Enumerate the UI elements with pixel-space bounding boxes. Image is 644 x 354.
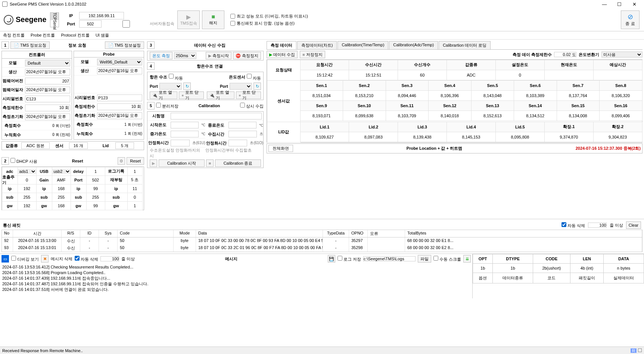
cal-start-icon[interactable]: ▶	[150, 159, 157, 167]
panel5-number: 5	[147, 102, 155, 109]
port-open1-button[interactable]: 🔌포트 열기	[150, 91, 177, 99]
sensor-count-input[interactable]	[69, 142, 88, 149]
tab-measure-chart[interactable]: 측정데이터(차트)	[297, 41, 337, 49]
controller-fwver-input[interactable]	[25, 78, 70, 84]
scroll-icon[interactable]: ⇊	[463, 255, 471, 263]
bath-auto-checkbox[interactable]: 자동	[169, 73, 183, 81]
nopacket-checkbox[interactable]: 통신패킷 표시 안함. (성능 옵션)	[230, 21, 308, 26]
always-collect-checkbox[interactable]: 상시 수집	[240, 103, 264, 109]
menu-item[interactable]: UI 샘플	[96, 32, 109, 38]
packets-limit-input[interactable]	[588, 223, 607, 228]
inc-temp-input[interactable]	[171, 131, 199, 137]
tab-cal-loading[interactable]: Calibrartion 데이터 로딩	[439, 41, 491, 49]
debug-view-checkbox[interactable]: 디버깅 보기	[11, 256, 39, 262]
temp-measure-button[interactable]: 온도 측정	[150, 52, 172, 59]
controller-fwdate-input[interactable]	[25, 87, 70, 93]
ip-input[interactable]	[79, 12, 124, 19]
sensor-auto-checkbox[interactable]: 자동	[247, 73, 261, 81]
port-input[interactable]	[79, 20, 102, 28]
limit-value-input[interactable]	[554, 52, 576, 57]
lid-value-label: LID값	[267, 122, 301, 143]
window-title: SeeGene PMS Client Version 1.0.0.28102	[10, 2, 86, 6]
save-stop-button[interactable]: ■저장정지	[300, 51, 325, 58]
log-save-checkbox[interactable]: 로그 저장	[337, 256, 361, 262]
probe-init-input[interactable]	[97, 112, 142, 119]
controller-model-select[interactable]: Default	[25, 60, 70, 66]
brand-logo-icon	[4, 15, 13, 25]
usb-select[interactable]: usb2	[52, 169, 71, 174]
panel3-number: 3	[147, 41, 155, 49]
exp-name-input[interactable]	[171, 113, 262, 119]
port-label: Port	[63, 22, 79, 26]
log-path-input[interactable]	[363, 256, 416, 261]
manual-scroll-checkbox[interactable]: 수동 스크롤	[433, 256, 461, 262]
window-close[interactable]: ✕	[627, 0, 642, 8]
sensor-port-select[interactable]	[230, 83, 252, 90]
cal-end-button[interactable]: Calibration 종료	[215, 159, 261, 167]
controller-serial-input[interactable]	[25, 96, 70, 102]
probe-serial-input[interactable]	[97, 94, 142, 101]
perf-mode-checkbox[interactable]: 최고 성능 모드 (디버깅, 차트등 미표시)	[230, 13, 308, 19]
stab-time1-input[interactable]	[171, 140, 190, 146]
refresh-icon[interactable]: ↻	[183, 83, 191, 90]
controller-prod-input[interactable]	[25, 69, 70, 75]
reset-button[interactable]: Reset	[127, 157, 144, 165]
measure-stop-button[interactable]: ⛔측정정지	[233, 52, 261, 59]
menu-item[interactable]: 측정 컨트롤	[3, 32, 25, 38]
fullscreen-button[interactable]: 전체화면	[268, 145, 293, 152]
conn-mode-switch[interactable]: TCP Serial	[50, 12, 59, 27]
file-button[interactable]: 파일	[418, 255, 431, 263]
packets-clear-button[interactable]: Clear	[626, 221, 641, 229]
menu-item[interactable]: Protocol 컨트롤	[61, 32, 89, 38]
controller-limit-input[interactable]	[25, 105, 70, 111]
adc-select[interactable]: ads1	[18, 169, 36, 174]
msg-del-icon[interactable]: ✖	[41, 255, 49, 263]
cal-end-icon[interactable]: ■	[206, 159, 214, 167]
value-kind-input[interactable]	[21, 142, 50, 149]
cal-start-button[interactable]: Calibration 시작	[159, 159, 205, 167]
window-minimize[interactable]: —	[597, 0, 612, 8]
server-auto-checkbox[interactable]: 서버자동접속	[104, 20, 174, 28]
menu-item[interactable]: Probe 컨트롤	[31, 32, 55, 38]
tms-disconnect-button[interactable]: ■ 해지	[202, 10, 224, 29]
reset-icon-button[interactable]: ⚙	[118, 157, 125, 165]
tab-cal-adctemp[interactable]: Calibration(Adc/Temp)	[389, 41, 438, 49]
interval-select[interactable]: 250ms	[174, 52, 196, 59]
port-close1-button[interactable]: ●포트 닫기	[179, 91, 204, 99]
dhcp-checkbox[interactable]: DHCP 사용	[10, 158, 37, 164]
refresh-icon[interactable]: ↻	[253, 83, 261, 90]
port-close2-button[interactable]: ●포트 닫기	[236, 91, 261, 99]
controller-header: 컨트롤러	[2, 51, 72, 59]
end-temp-input[interactable]	[228, 122, 256, 128]
measure-start-button[interactable]: ▶측정시작	[206, 52, 231, 59]
collect-time-input[interactable]	[228, 131, 257, 137]
tms-info-req-button[interactable]: 📄TMS 정보요청	[10, 41, 50, 49]
debug-icon[interactable]: ▭	[1, 255, 9, 263]
bath-port-select[interactable]	[159, 83, 182, 90]
tab-cal-timetemp[interactable]: Calibration(Time/Temp)	[337, 41, 388, 49]
message-log: 2024-07-16 13:53:16.412] Checking Measur…	[0, 264, 472, 298]
probe-prod-input[interactable]	[97, 68, 142, 74]
split-save-checkbox[interactable]: 분리저장	[156, 103, 178, 109]
exit-button[interactable]: ⊘ 종 료	[621, 10, 640, 29]
tms-info-set-button[interactable]: 📄TMS 정보설정	[105, 41, 144, 49]
data-collect-button[interactable]: ▶데이터 수집	[267, 51, 298, 58]
start-temp-input[interactable]	[171, 122, 199, 128]
tms-connect-button[interactable]: ▶ TMS접속	[177, 10, 200, 29]
window-maximize[interactable]: ☐	[612, 0, 627, 8]
stab-time2-input[interactable]	[228, 140, 247, 146]
tab-measure-data[interactable]: 측정 데이터	[267, 41, 296, 49]
packets-autodel-checkbox[interactable]: 자동 삭제	[561, 222, 585, 229]
msg-limit-input[interactable]	[100, 256, 119, 261]
panel4-title: 항온수조 연결	[156, 63, 264, 69]
converter-select[interactable]: 미사용	[601, 52, 643, 58]
msg-autodel-checkbox[interactable]: 자동 삭제	[75, 256, 98, 262]
save-icon[interactable]: 💾	[328, 255, 335, 263]
probe-model-select[interactable]: Well96_Default	[97, 59, 142, 65]
lid-count-input[interactable]	[115, 142, 134, 149]
probe-limit-input[interactable]	[97, 103, 142, 110]
panel2-number: 2	[1, 157, 9, 165]
power-icon: ⊘	[628, 13, 633, 21]
controller-init-input[interactable]	[25, 114, 70, 120]
port-open2-button[interactable]: 🔌포트 열기	[207, 91, 234, 99]
